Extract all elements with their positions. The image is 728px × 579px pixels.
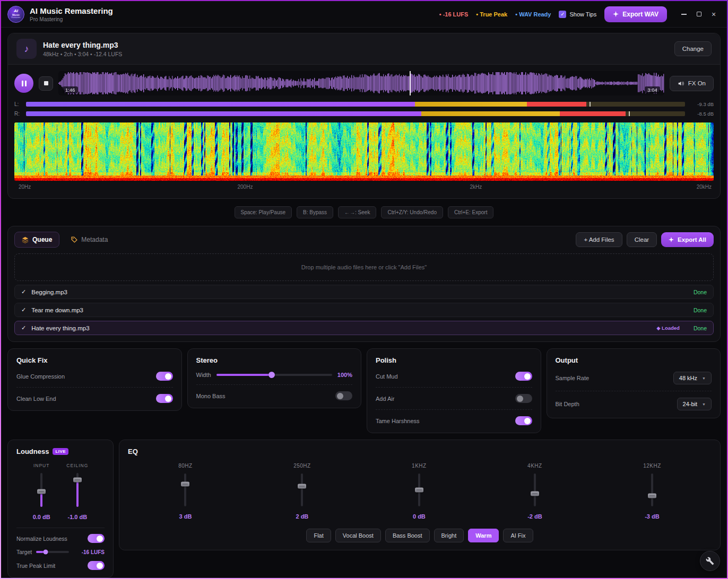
preset-ai-fix[interactable]: AI Fix: [503, 529, 533, 542]
settings-fab[interactable]: [700, 551, 720, 571]
eq-band-slider[interactable]: [297, 473, 307, 506]
slider-thumb[interactable]: [298, 484, 306, 488]
option-label: Width: [196, 372, 211, 378]
export-all-button[interactable]: Export All: [661, 232, 714, 247]
fx-toggle-button[interactable]: FX On: [670, 76, 714, 91]
file-dropzone[interactable]: Drop multiple audio files here or click …: [14, 253, 714, 281]
play-pause-button[interactable]: [14, 74, 33, 93]
eq-bands: 80HZ 3 dB 250HZ 2 dB 1KHZ: [128, 463, 712, 520]
slider-thumb[interactable]: [73, 477, 82, 482]
queue-item[interactable]: ✓ Tear me down.mp3 Done: [14, 303, 714, 317]
eq-band-slider[interactable]: [414, 473, 424, 506]
ceiling-slider[interactable]: [73, 473, 82, 507]
band-gain-value: -2 dB: [527, 513, 542, 520]
normalize-loudness-toggle[interactable]: [88, 534, 105, 543]
stop-button[interactable]: [39, 76, 53, 91]
stereo-width-value: 100%: [337, 372, 352, 378]
slider-thumb[interactable]: [415, 488, 423, 493]
option-row: Normalize Loudness: [16, 534, 105, 543]
titlebar-right: • -16 LUFS • True Peak • WAV Ready ✓ Sho…: [439, 6, 721, 22]
tame-harshness-toggle[interactable]: [515, 416, 532, 425]
change-file-button[interactable]: Change: [674, 41, 712, 56]
shortcut-hint: ←→: Seek: [338, 206, 376, 218]
cut-mud-toggle[interactable]: [515, 372, 532, 381]
shortcut-hint: Space: Play/Pause: [235, 206, 292, 218]
peak-indicator-right: [629, 111, 630, 116]
input-gain-slider[interactable]: [37, 473, 46, 507]
slider-track: [651, 473, 653, 506]
bit-depth-select[interactable]: 24-bit ▼: [677, 398, 712, 410]
main-content: ♪ Hate every thing.mp3 48kHz • 2ch • 3:0…: [1, 28, 727, 578]
show-tips-toggle[interactable]: ✓ Show Tips: [559, 11, 596, 18]
option-label: Normalize Loudness: [16, 536, 67, 542]
slider-thumb[interactable]: [531, 492, 539, 496]
slider-track: [301, 473, 303, 506]
option-row: Sample Rate 48 kHz ▼: [556, 372, 712, 384]
export-all-label: Export All: [678, 236, 706, 243]
waveform-seekbar[interactable]: 1:46 3:04: [58, 71, 664, 95]
eq-band-slider[interactable]: [180, 473, 190, 506]
level-meter-right: [26, 111, 685, 116]
sample-rate-select[interactable]: 48 kHz ▼: [673, 372, 712, 384]
option-row: Add Air: [376, 387, 532, 403]
stack-icon: [22, 236, 29, 243]
loudness-sliders: INPUT 0.0 dB CEILING: [16, 463, 105, 520]
band-gain-value: 3 dB: [179, 513, 192, 520]
slider-thumb[interactable]: [37, 489, 46, 494]
queue-item[interactable]: ✓ Begging.mp3 Done: [14, 285, 714, 299]
freq-label: 2kHz: [470, 184, 482, 190]
preset-warm[interactable]: Warm: [468, 529, 499, 542]
target-lufs-slider[interactable]: [36, 551, 69, 553]
slider-thumb[interactable]: [268, 372, 275, 378]
close-button[interactable]: ×: [707, 7, 721, 21]
glue-compression-toggle[interactable]: [156, 372, 173, 381]
sparkle-icon: [669, 237, 674, 242]
maximize-icon: [697, 12, 701, 16]
mono-bass-toggle[interactable]: [335, 391, 352, 400]
eq-band-slider[interactable]: [647, 473, 657, 506]
preset-bass-boost[interactable]: Bass Boost: [385, 529, 430, 542]
panel-title: Stereo: [196, 356, 353, 364]
eq-band-4khz: 4KHZ -2 dB: [527, 463, 542, 520]
add-files-button[interactable]: + Add Files: [576, 232, 622, 247]
minimize-button[interactable]: [677, 7, 691, 21]
preset-flat[interactable]: Flat: [306, 529, 331, 542]
tab-queue[interactable]: Queue: [14, 232, 59, 248]
total-time: 3:04: [645, 86, 660, 93]
band-freq-label: 12KHZ: [643, 463, 661, 469]
stereo-width-slider[interactable]: [216, 374, 332, 376]
band-freq-label: 4KHZ: [527, 463, 542, 469]
window-controls: ×: [677, 7, 721, 21]
input-label: INPUT: [33, 463, 50, 468]
preset-bright[interactable]: Bright: [434, 529, 464, 542]
queue-item[interactable]: ✓ Hate every thing.mp3 ◆ Loaded Done: [14, 321, 714, 335]
slider-thumb[interactable]: [181, 481, 189, 486]
clear-queue-button[interactable]: Clear: [627, 232, 657, 247]
checkbox-checked-icon[interactable]: ✓: [559, 11, 566, 18]
tab-metadata[interactable]: Metadata: [64, 232, 115, 248]
check-icon: ✓: [21, 324, 26, 331]
panel-title: Polish: [376, 356, 532, 364]
slider-fill: [216, 374, 272, 376]
slider-thumb[interactable]: [648, 494, 656, 498]
file-info-bar: ♪ Hate every thing.mp3 48kHz • 2ch • 3:0…: [8, 33, 720, 65]
true-peak-limit-toggle[interactable]: [88, 561, 105, 570]
preset-vocal-boost[interactable]: Vocal Boost: [335, 529, 381, 542]
panel-title: Loudness: [16, 448, 49, 455]
option-label: True Peak Limit: [16, 563, 55, 569]
spectrogram-canvas: [14, 122, 714, 181]
export-wav-button[interactable]: Export WAV: [604, 6, 667, 22]
option-row: Width 100%: [196, 372, 353, 378]
clean-low-end-toggle[interactable]: [156, 394, 173, 403]
playhead[interactable]: [410, 71, 411, 95]
option-row: Tame Harshness: [376, 409, 532, 425]
stereo-panel: Stereo Width 100% Mono Bass: [187, 348, 362, 408]
eq-band-slider[interactable]: [530, 473, 540, 506]
peak-indicator-left: [590, 102, 591, 107]
polish-panel: Polish Cut Mud Add Air Tame Harshness: [367, 348, 541, 433]
slider-thumb[interactable]: [43, 550, 48, 555]
music-note-glyph: ♪: [24, 43, 29, 55]
add-air-toggle[interactable]: [515, 394, 532, 403]
maximize-button[interactable]: [692, 7, 706, 21]
check-icon: ✓: [21, 306, 26, 313]
